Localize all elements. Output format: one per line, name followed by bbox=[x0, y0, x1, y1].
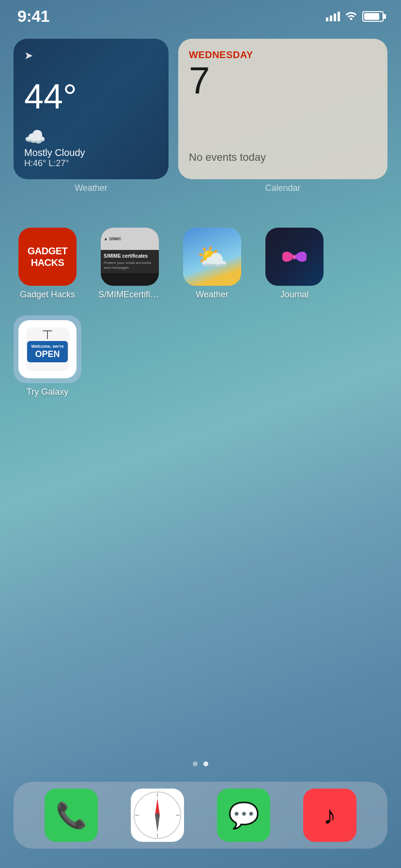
app-row-1: GADGET HACKS Gadget Hacks ▲ S/MIC S/MIME… bbox=[14, 228, 387, 300]
dock: 📞 💬 bbox=[14, 782, 387, 849]
app-item-smime[interactable]: ▲ S/MIC S/MIME certificates Protect your… bbox=[96, 228, 164, 300]
status-bar: 9:41 bbox=[0, 0, 401, 30]
status-icons bbox=[326, 10, 384, 23]
app-item-weather[interactable]: ⛅ Weather bbox=[178, 228, 246, 300]
app-row-2: Welcome, we're OPEN Try Galaxy bbox=[14, 315, 387, 397]
weather-widget[interactable]: ➤ 44° ☁️ Mostly Cloudy H:46° L:27° bbox=[14, 39, 169, 179]
smime-icon[interactable]: ▲ S/MIC S/MIME certificates Protect your… bbox=[101, 228, 159, 286]
page-dots bbox=[0, 761, 401, 766]
try-galaxy-label: Try Galaxy bbox=[27, 387, 68, 397]
weather-temperature: 44° bbox=[24, 79, 158, 114]
weather-widget-label: Weather bbox=[14, 183, 169, 193]
app-grid: GADGET HACKS Gadget Hacks ▲ S/MIC S/MIME… bbox=[14, 228, 387, 413]
weather-condition: Mostly Cloudy bbox=[24, 147, 158, 158]
app-item-journal[interactable]: Journal bbox=[261, 228, 328, 300]
page-dot-2[interactable] bbox=[203, 761, 208, 766]
journal-label: Journal bbox=[280, 290, 308, 300]
gadget-hacks-icon[interactable]: GADGET HACKS bbox=[18, 228, 77, 286]
smime-label: S/MIMEcertifica... bbox=[98, 290, 161, 300]
try-galaxy-icon[interactable]: Welcome, we're OPEN bbox=[14, 315, 81, 383]
page-dot-1[interactable] bbox=[193, 761, 198, 766]
wifi-icon bbox=[345, 10, 357, 23]
calendar-day-name: WEDNESDAY bbox=[189, 49, 377, 61]
gadget-hacks-label: Gadget Hacks bbox=[20, 290, 75, 300]
calendar-widget-label: Calendar bbox=[178, 183, 387, 193]
svg-point-7 bbox=[155, 813, 159, 817]
dock-app-music[interactable]: ♪ bbox=[303, 789, 356, 842]
calendar-no-events: No events today bbox=[189, 151, 377, 169]
journal-icon[interactable] bbox=[265, 228, 324, 286]
dock-app-messages[interactable]: 💬 bbox=[217, 789, 270, 842]
safari-compass-icon bbox=[133, 791, 182, 839]
weather-app-icon[interactable]: ⛅ bbox=[183, 228, 241, 286]
status-time: 9:41 bbox=[17, 7, 49, 26]
app-item-try-galaxy[interactable]: Welcome, we're OPEN Try Galaxy bbox=[14, 315, 81, 397]
calendar-date: 7 bbox=[189, 62, 377, 99]
weather-hi-lo: H:46° L:27° bbox=[24, 158, 158, 169]
battery-icon bbox=[362, 11, 384, 22]
journal-logo bbox=[278, 240, 311, 274]
app-item-gadget-hacks[interactable]: GADGET HACKS Gadget Hacks bbox=[14, 228, 81, 300]
weather-cloud-icon: ☁️ bbox=[24, 127, 158, 147]
calendar-widget-container[interactable]: WEDNESDAY 7 No events today Calendar bbox=[178, 39, 387, 193]
weather-app-label: Weather bbox=[196, 290, 229, 300]
weather-widget-container[interactable]: ➤ 44° ☁️ Mostly Cloudy H:46° L:27° Weath… bbox=[14, 39, 169, 193]
widgets-area: ➤ 44° ☁️ Mostly Cloudy H:46° L:27° Weath… bbox=[14, 39, 387, 193]
signal-icon bbox=[326, 12, 340, 21]
dock-app-safari[interactable] bbox=[131, 789, 184, 842]
weather-location-icon: ➤ bbox=[24, 49, 158, 62]
dock-app-phone[interactable]: 📞 bbox=[45, 789, 98, 842]
calendar-widget[interactable]: WEDNESDAY 7 No events today bbox=[178, 39, 387, 179]
